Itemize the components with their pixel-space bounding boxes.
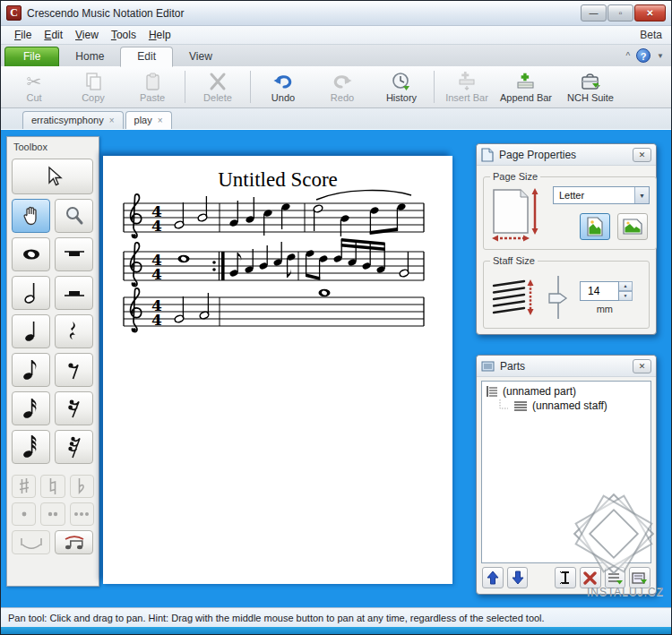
score-notation: 4 4 — [103, 156, 452, 584]
thirtysecond-rest-button[interactable] — [55, 430, 93, 464]
portrait-button[interactable] — [580, 213, 610, 240]
sixteenth-note-button[interactable] — [12, 391, 50, 425]
insert-bar-button[interactable]: Insert Bar — [437, 68, 496, 106]
staff-size-unit: mm — [580, 304, 633, 314]
spin-down-icon[interactable]: ▼ — [619, 291, 633, 301]
help-icon[interactable]: ? — [636, 48, 650, 63]
ribbon-tab-view[interactable]: View — [173, 47, 228, 66]
move-up-button[interactable] — [482, 567, 504, 588]
sharp-button[interactable] — [12, 475, 36, 498]
whole-rest-icon — [63, 246, 86, 262]
spin-up-icon[interactable]: ▲ — [619, 281, 633, 291]
document-tab-bar: erraticsymphony × play × — [1, 108, 671, 130]
svg-text:4: 4 — [151, 217, 162, 235]
parts-tree[interactable]: (unnamed part) (unnamed staff) — [481, 381, 651, 563]
add-part-icon — [607, 571, 624, 585]
flat-icon — [76, 477, 87, 495]
status-text: Pan tool: Click and drag to pan. Hint: D… — [8, 613, 545, 623]
undo-button[interactable]: Undo — [254, 68, 313, 106]
minimize-button[interactable]: — — [581, 4, 607, 21]
double-dot-button[interactable] — [40, 502, 65, 526]
toolbar-separator — [434, 71, 435, 103]
page-size-group: Page Size Letter ▼ — [483, 171, 657, 250]
close-tab-icon[interactable]: × — [158, 116, 163, 125]
zoom-tool-button[interactable] — [55, 199, 93, 233]
delete-x-icon — [208, 72, 228, 91]
score-page[interactable]: Untitled Score 4 4 — [103, 156, 452, 584]
double-dot-icon — [45, 510, 61, 519]
tie-icon — [18, 535, 45, 551]
eighth-rest-button[interactable] — [55, 353, 93, 387]
whole-rest-button[interactable] — [55, 237, 93, 271]
doc-tab-erraticsymphony[interactable]: erraticsymphony × — [22, 111, 124, 129]
single-dot-icon — [16, 510, 32, 519]
dot-button[interactable] — [12, 502, 36, 526]
parts-header[interactable]: Parts ✕ — [477, 356, 656, 377]
sixteenth-rest-button[interactable] — [55, 391, 93, 425]
delete-button[interactable]: Delete — [188, 68, 247, 106]
tree-item-part[interactable]: (unnamed part) — [486, 384, 647, 399]
redo-button[interactable]: Redo — [313, 68, 372, 106]
dropdown-arrow-icon[interactable]: ▼ — [634, 187, 649, 203]
maximize-button[interactable]: ▫ — [607, 4, 633, 21]
menu-edit[interactable]: Edit — [38, 28, 69, 42]
append-bar-button[interactable]: Append Bar — [496, 68, 556, 106]
redo-icon — [332, 72, 353, 91]
thirtysecond-note-button[interactable] — [12, 430, 50, 464]
select-tool-button[interactable] — [12, 159, 93, 194]
tree-item-label: (unnamed staff) — [532, 399, 607, 412]
ribbon-tab-home[interactable]: Home — [59, 47, 120, 66]
close-panel-button[interactable]: ✕ — [633, 359, 651, 373]
close-panel-button[interactable]: ✕ — [633, 148, 651, 162]
history-button[interactable]: History — [372, 68, 431, 106]
scissors-icon: ✂ — [27, 72, 42, 91]
ribbon-tab-edit[interactable]: Edit — [120, 47, 173, 67]
menu-file[interactable]: File — [8, 28, 38, 42]
pan-tool-button[interactable] — [12, 199, 50, 233]
triple-dot-button[interactable] — [70, 502, 94, 526]
staff-size-input[interactable] — [580, 281, 619, 301]
toolbox-title: Toolbox — [13, 142, 94, 152]
delete-part-button[interactable] — [580, 567, 601, 588]
paste-button[interactable]: Paste — [123, 68, 182, 106]
panel-title: Page Properties — [499, 149, 627, 161]
half-rest-button[interactable] — [55, 276, 93, 310]
add-staff-button[interactable] — [629, 567, 650, 588]
close-button[interactable]: ✕ — [634, 4, 666, 21]
tie-button[interactable] — [12, 530, 50, 554]
menu-help[interactable]: Help — [142, 28, 177, 42]
ribbon-tab-bar: File Home Edit View ^ ? ▼ — [1, 45, 671, 66]
eighth-note-button[interactable] — [12, 353, 50, 387]
add-staff-icon — [632, 571, 648, 585]
ribbon-tab-file[interactable]: File — [4, 47, 59, 66]
flat-button[interactable] — [70, 475, 94, 498]
quarter-note-button[interactable] — [12, 314, 50, 348]
score-canvas[interactable]: Toolbox — [1, 130, 671, 607]
quarter-rest-button[interactable] — [55, 314, 93, 348]
menu-tools[interactable]: Tools — [105, 28, 142, 42]
add-part-button[interactable] — [605, 567, 626, 588]
tuplet-icon — [61, 535, 88, 551]
landscape-button[interactable] — [617, 213, 648, 240]
natural-icon — [47, 477, 58, 495]
page-size-select[interactable]: Letter ▼ — [553, 186, 650, 204]
whole-note-button[interactable] — [12, 237, 50, 271]
cut-button[interactable]: ✂ Cut — [4, 68, 64, 106]
page-properties-header[interactable]: Page Properties ✕ — [477, 144, 656, 166]
chevron-down-icon[interactable]: ▼ — [657, 52, 664, 60]
staff-size-slider[interactable] — [546, 274, 571, 321]
rename-button[interactable] — [555, 567, 576, 588]
nch-suite-button[interactable]: NCH Suite — [556, 68, 625, 106]
doc-tab-play[interactable]: play × — [125, 111, 172, 129]
ibeam-icon — [559, 571, 572, 585]
move-down-button[interactable] — [507, 567, 529, 588]
half-note-button[interactable] — [12, 276, 50, 310]
natural-button[interactable] — [40, 475, 65, 498]
menu-view[interactable]: View — [69, 28, 105, 42]
beta-label: Beta — [640, 29, 664, 41]
tree-item-staff[interactable]: (unnamed staff) — [486, 399, 647, 413]
copy-button[interactable]: Copy — [64, 68, 123, 106]
tuplet-button[interactable] — [55, 530, 93, 554]
close-tab-icon[interactable]: × — [109, 116, 115, 125]
collapse-ribbon-icon[interactable]: ^ — [625, 51, 630, 61]
